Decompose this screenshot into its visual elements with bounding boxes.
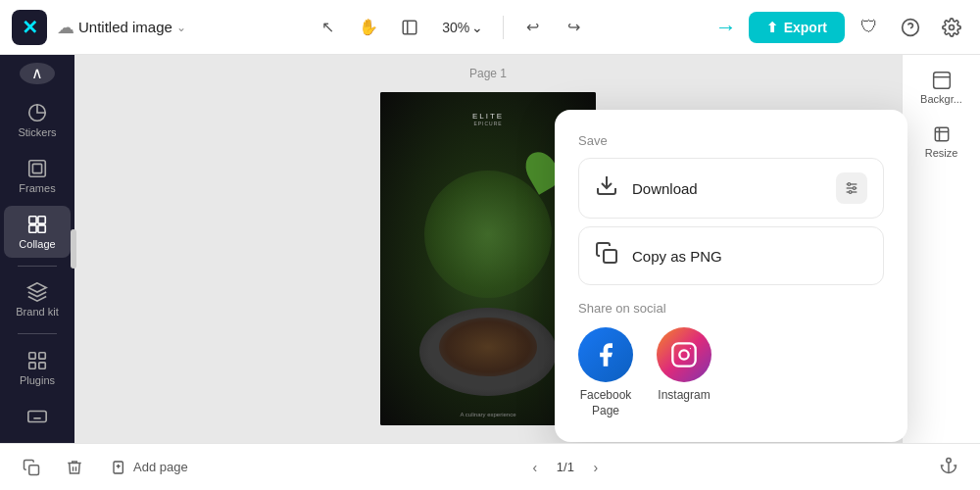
svg-rect-33 — [933, 73, 950, 89]
sidebar-item-label: Brand kit — [16, 306, 58, 318]
add-page-icon — [112, 460, 127, 475]
svg-rect-8 — [29, 217, 36, 223]
title-area[interactable]: ☁ Untitled image ⌄ — [57, 17, 186, 38]
logo-icon: ✕ — [22, 16, 38, 39]
anchor-button[interactable] — [933, 452, 964, 483]
next-page-button[interactable]: › — [582, 454, 610, 481]
social-section-label: Share on social — [578, 301, 884, 316]
sidebar-item-label: Plugins — [20, 374, 55, 386]
svg-point-31 — [679, 350, 688, 359]
prev-page-button[interactable]: ‹ — [521, 454, 549, 481]
svg-rect-13 — [39, 353, 45, 359]
svg-rect-7 — [32, 164, 41, 172]
zoom-value: 30% — [442, 20, 469, 35]
document-title: Untitled image — [78, 19, 172, 35]
save-section-label: Save — [578, 133, 884, 148]
zoom-control[interactable]: 30% ⌄ — [434, 16, 491, 39]
right-panel-resize[interactable]: Resize — [908, 117, 975, 167]
redo-button[interactable]: ↪ — [557, 11, 590, 44]
copy-png-label: Copy as PNG — [632, 248, 867, 265]
export-button[interactable]: ⬆ Export — [749, 12, 845, 43]
svg-rect-29 — [604, 250, 616, 263]
zoom-chevron-icon: ⌄ — [471, 20, 483, 35]
toolbar-right: → ⬆ Export 🛡 — [715, 11, 968, 44]
undo-button[interactable]: ↩ — [515, 11, 549, 44]
export-popup: Save Download — [555, 110, 907, 442]
keyboard-icon — [26, 406, 48, 427]
anchor-icon — [940, 457, 957, 474]
export-arrow-hint: → — [715, 15, 737, 40]
cloud-icon: ☁ — [57, 17, 74, 38]
hand-tool-button[interactable]: ✋ — [352, 11, 385, 44]
frames-icon — [26, 158, 48, 179]
sidebar-item-label: Collage — [19, 238, 55, 250]
add-page-button[interactable]: Add page — [102, 454, 198, 481]
page-indicator: 1/1 — [557, 460, 574, 474]
sidebar-item-label: Frames — [19, 182, 55, 194]
canvas-area: Page 1 ELITE EPICURE A culinary experien… — [74, 55, 902, 443]
svg-point-39 — [947, 458, 952, 463]
main-area: ∧ Stickers Frames Collage — [0, 55, 980, 443]
facebook-share-button[interactable]: FacebookPage — [578, 327, 633, 418]
collage-icon — [26, 214, 48, 235]
logo[interactable]: ✕ — [12, 10, 47, 45]
social-grid: FacebookPage Instagram — [578, 327, 884, 418]
stickers-icon — [26, 102, 48, 123]
frame-tool-button[interactable] — [393, 11, 426, 44]
download-label: Download — [632, 180, 822, 197]
copy-icon — [23, 459, 40, 476]
sidebar-divider-2 — [18, 333, 57, 334]
sidebar-item-plugins[interactable]: Plugins — [4, 342, 71, 394]
export-icon: ⬆ — [766, 20, 778, 35]
download-settings-button[interactable] — [836, 172, 867, 204]
settings-button[interactable] — [935, 11, 968, 44]
sidebar: ∧ Stickers Frames Collage — [0, 55, 74, 443]
background-icon — [932, 71, 952, 90]
food-item — [439, 318, 537, 376]
sidebar-collapse-button[interactable]: ∧ — [20, 63, 55, 84]
right-panel-resize-label: Resize — [925, 147, 958, 159]
svg-rect-12 — [29, 353, 35, 359]
food-bg-circle — [424, 171, 552, 298]
instagram-share-button[interactable]: Instagram — [657, 327, 711, 418]
right-panel-background[interactable]: Backgr... — [908, 63, 975, 113]
sidebar-keyboard-button[interactable] — [4, 398, 71, 435]
copy-png-icon — [595, 241, 618, 270]
facebook-icon — [578, 327, 633, 382]
brand-icon — [26, 281, 48, 303]
right-panel: Backgr... Resize — [902, 55, 980, 443]
svg-rect-10 — [29, 225, 36, 232]
bottombar: Add page ‹ 1/1 › — [0, 443, 980, 490]
right-panel-background-label: Backgr... — [920, 93, 962, 105]
help-button[interactable] — [894, 11, 927, 44]
sidebar-item-frames[interactable]: Frames — [4, 150, 71, 202]
instagram-icon — [657, 327, 711, 382]
copy-page-button[interactable] — [16, 452, 47, 483]
delete-page-button[interactable] — [59, 452, 90, 483]
sidebar-item-collage[interactable]: Collage — [4, 206, 71, 258]
sidebar-bottom — [4, 398, 71, 435]
svg-rect-35 — [29, 465, 39, 474]
export-label: Export — [784, 20, 827, 35]
sidebar-item-stickers[interactable]: Stickers — [4, 94, 71, 146]
svg-point-27 — [853, 187, 856, 190]
svg-rect-11 — [38, 225, 45, 232]
title-chevron-icon: ⌄ — [176, 21, 186, 34]
download-option[interactable]: Download — [578, 158, 884, 219]
svg-rect-6 — [29, 161, 46, 177]
delete-icon — [66, 459, 83, 476]
facebook-label: FacebookPage — [580, 388, 632, 418]
shield-button[interactable]: 🛡 — [853, 11, 886, 44]
social-section: Share on social FacebookPage — [578, 301, 884, 418]
select-tool-button[interactable]: ↖ — [311, 11, 344, 44]
download-icon — [595, 173, 618, 203]
toolbar-divider — [503, 16, 504, 39]
sidebar-item-brand[interactable]: Brand kit — [4, 273, 71, 325]
bottom-right — [933, 452, 964, 483]
svg-rect-9 — [38, 217, 45, 223]
svg-rect-14 — [29, 363, 35, 368]
copy-png-option[interactable]: Copy as PNG — [578, 226, 884, 285]
page-navigation: ‹ 1/1 › — [210, 454, 921, 481]
sidebar-item-label: Stickers — [18, 126, 56, 138]
svg-point-26 — [848, 183, 851, 186]
